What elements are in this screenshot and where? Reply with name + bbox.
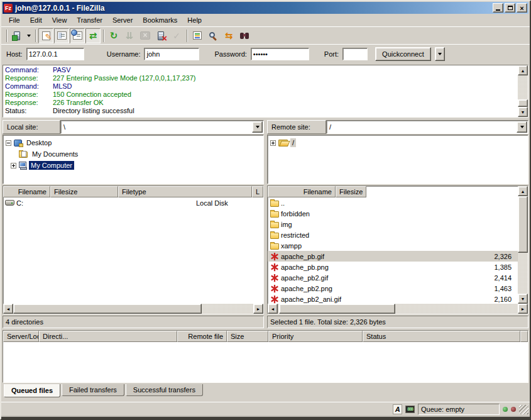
scroll-thumb[interactable] (518, 99, 528, 107)
queue-column-header[interactable]: Server/Local file (3, 331, 39, 342)
scroll-down-button[interactable] (518, 107, 528, 117)
column-header[interactable]: Filetype (118, 186, 252, 197)
drive-icon (5, 200, 14, 206)
maximize-button[interactable] (505, 3, 515, 13)
file-row[interactable]: apache_pb2_ani.gif 2,160 (268, 294, 518, 304)
remote-hscrollbar[interactable] (268, 304, 528, 314)
scroll-thumb[interactable] (518, 196, 528, 253)
scroll-track[interactable] (518, 196, 528, 294)
log-vscrollbar[interactable] (518, 65, 528, 117)
tree-item-my-computer[interactable]: My Computer (6, 160, 263, 171)
queue-column-header[interactable]: Status (363, 331, 520, 342)
file-row[interactable]: apache_pb.gif 2,326 (268, 251, 518, 262)
scroll-track[interactable] (13, 304, 253, 314)
file-row[interactable]: xampp (268, 240, 518, 251)
minimize-button[interactable] (493, 3, 503, 13)
scroll-up-button[interactable] (518, 65, 528, 75)
directory-listing-filters[interactable] (190, 28, 205, 43)
file-row[interactable]: apache_pb2.gif 2,414 (268, 272, 518, 283)
log-line-label: Response: (5, 91, 53, 99)
menu-item[interactable]: View (47, 15, 72, 25)
scroll-track[interactable] (278, 304, 518, 314)
file-name: apache_pb.png (281, 263, 329, 271)
toggle-transfer-queue[interactable] (85, 28, 101, 43)
file-row[interactable]: apache_pb2.png 1,463 (268, 283, 518, 294)
queue-column-header[interactable]: Priority (268, 331, 363, 342)
local-hscrollbar[interactable] (3, 304, 263, 314)
remote-vscrollbar[interactable] (518, 186, 528, 304)
menu-item[interactable]: File (4, 15, 25, 25)
quickconnect-dropdown-button[interactable] (435, 47, 445, 61)
local-file-list: FilenameFilesizeFiletypeL C: (3, 185, 264, 314)
synchronized-browsing[interactable] (221, 28, 236, 43)
queue-column-header[interactable]: Remote file (177, 331, 227, 342)
scroll-thumb[interactable] (279, 304, 395, 314)
expand-icon[interactable] (11, 163, 16, 169)
site-manager[interactable] (9, 28, 25, 43)
scroll-left-button[interactable] (268, 304, 278, 314)
remote-site-combo[interactable]: / (326, 120, 528, 134)
speed-limit-icon[interactable]: 888 (405, 406, 415, 413)
local-site-dropdown-icon[interactable] (252, 121, 263, 133)
close-button[interactable]: × (517, 3, 527, 13)
file-row[interactable]: forbidden (268, 208, 518, 219)
file-row[interactable]: C: Local Disk (3, 197, 263, 208)
site-manager-dropdown[interactable] (25, 28, 33, 43)
queue-column-header[interactable]: Directi... (39, 331, 177, 342)
queue-column-header[interactable]: Size (227, 331, 268, 342)
scroll-up-button[interactable] (518, 186, 528, 196)
file-row[interactable]: img (268, 219, 518, 229)
username-input[interactable] (144, 48, 199, 60)
column-header[interactable]: Filesize (50, 186, 118, 197)
expand-icon[interactable] (270, 140, 276, 146)
host-input[interactable] (26, 48, 84, 60)
queue-tab[interactable]: Queued files (4, 384, 60, 397)
resize-grip[interactable] (519, 405, 528, 414)
toggle-message-log[interactable] (38, 28, 53, 43)
local-site-combo[interactable]: \ (60, 120, 264, 134)
column-header[interactable]: Filename (268, 186, 336, 197)
queue-column-header[interactable] (520, 331, 528, 342)
maximize-icon (508, 6, 513, 10)
column-header[interactable]: Filesize (336, 186, 366, 197)
file-row[interactable]: .. (268, 197, 518, 208)
quickconnect-button[interactable]: Quickconnect (375, 47, 431, 61)
menu-item[interactable]: Transfer (72, 15, 107, 25)
image-file-icon (270, 263, 279, 272)
tree-item-my-documents[interactable]: My Documents (6, 148, 263, 160)
scroll-track[interactable] (518, 75, 528, 107)
scroll-thumb[interactable] (13, 304, 202, 314)
collapse-icon[interactable] (6, 140, 11, 146)
queue-tab[interactable]: Successful transfers (126, 384, 203, 396)
disconnect[interactable] (153, 28, 168, 43)
port-input[interactable] (342, 48, 368, 60)
scroll-down-button[interactable] (518, 294, 528, 304)
my-documents-icon (19, 152, 28, 158)
tree-item-desktop[interactable]: Desktop (6, 137, 263, 148)
file-row[interactable]: restricted (268, 229, 518, 240)
log-line-text: 227 Entering Passive Mode (127,0,0,1,17,… (53, 74, 195, 82)
scroll-right-button[interactable] (253, 304, 263, 314)
cancel[interactable] (138, 28, 153, 43)
remote-site-dropdown-icon[interactable] (517, 121, 527, 133)
menu-item[interactable]: Bookmarks (138, 15, 182, 25)
queue-tab[interactable]: Failed transfers (62, 384, 124, 396)
password-input[interactable] (251, 48, 309, 60)
menu-item[interactable]: Help (182, 15, 207, 25)
menu-item[interactable]: Edit (25, 15, 47, 25)
log-line-text: MLSD (53, 82, 72, 91)
tree-item-root[interactable]: / (270, 137, 528, 148)
toggle-local-treeview[interactable] (54, 28, 69, 43)
directory-comparison[interactable] (205, 28, 221, 43)
column-header[interactable]: Filename (3, 186, 50, 197)
toggle-remote-treeview[interactable] (70, 28, 85, 43)
process-queue[interactable] (122, 28, 137, 43)
scroll-right-button[interactable] (518, 304, 528, 314)
file-row[interactable]: apache_pb.png 1,385 (268, 262, 518, 272)
menu-item[interactable]: Server (107, 15, 138, 25)
find-files[interactable] (237, 28, 252, 43)
column-header[interactable]: L (252, 186, 263, 197)
scroll-left-button[interactable] (3, 304, 13, 314)
reconnect[interactable] (169, 28, 184, 43)
refresh[interactable] (106, 28, 121, 43)
